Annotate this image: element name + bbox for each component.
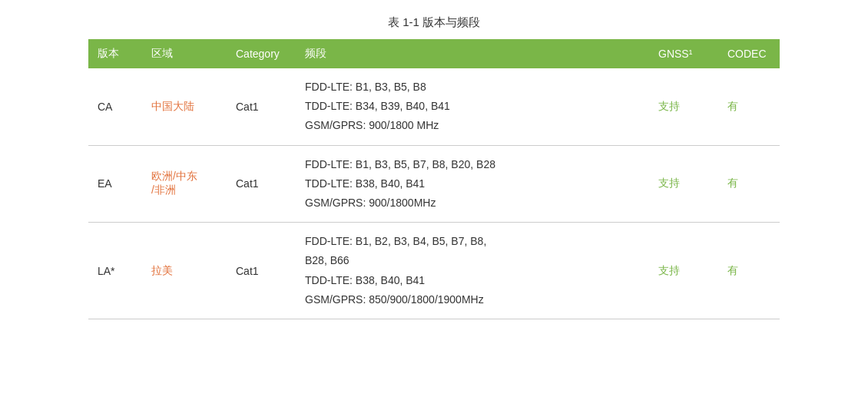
col-header-codec: CODEC — [718, 39, 780, 68]
cell-codec: 有 — [718, 68, 780, 145]
region-text: 欧洲/中东/非洲 — [151, 170, 197, 196]
cell-gnss: 支持 — [649, 145, 718, 223]
col-header-region: 区域 — [142, 39, 227, 68]
table-row: LA*拉美Cat1FDD-LTE: B1, B2, B3, B4, B5, B7… — [88, 223, 780, 319]
cell-version: LA* — [88, 223, 142, 319]
col-header-gnss: GNSS¹ — [649, 39, 718, 68]
col-header-version: 版本 — [88, 39, 142, 68]
cell-category: Cat1 — [227, 68, 296, 145]
cell-region: 拉美 — [142, 223, 227, 319]
table-header-row: 版本 区域 Category 频段 GNSS¹ CODEC — [88, 39, 780, 68]
table-row: EA欧洲/中东/非洲Cat1FDD-LTE: B1, B3, B5, B7, B… — [88, 145, 780, 223]
region-text: 中国大陆 — [151, 100, 194, 112]
cell-category: Cat1 — [227, 223, 296, 319]
page-container: 表 1-1 版本与频段 版本 区域 Category 频段 GNSS¹ CODE… — [88, 15, 780, 319]
cell-version: EA — [88, 145, 142, 223]
cell-region: 欧洲/中东/非洲 — [142, 145, 227, 223]
cell-gnss: 支持 — [649, 223, 718, 319]
cell-version: CA — [88, 68, 142, 145]
region-text: 拉美 — [151, 264, 173, 276]
cell-band: FDD-LTE: B1, B3, B5, B8TDD-LTE: B34, B39… — [296, 68, 649, 145]
table-row: CA中国大陆Cat1FDD-LTE: B1, B3, B5, B8TDD-LTE… — [88, 68, 780, 145]
cell-gnss: 支持 — [649, 68, 718, 145]
col-header-category: Category — [227, 39, 296, 68]
main-table: 版本 区域 Category 频段 GNSS¹ CODEC CA中国大陆Cat1… — [88, 39, 780, 319]
cell-codec: 有 — [718, 145, 780, 223]
cell-band: FDD-LTE: B1, B2, B3, B4, B5, B7, B8,B28,… — [296, 223, 649, 319]
cell-band: FDD-LTE: B1, B3, B5, B7, B8, B20, B28TDD… — [296, 145, 649, 223]
cell-codec: 有 — [718, 223, 780, 319]
table-title: 表 1-1 版本与频段 — [88, 15, 780, 30]
col-header-band: 频段 — [296, 39, 649, 68]
cell-category: Cat1 — [227, 145, 296, 223]
cell-region: 中国大陆 — [142, 68, 227, 145]
